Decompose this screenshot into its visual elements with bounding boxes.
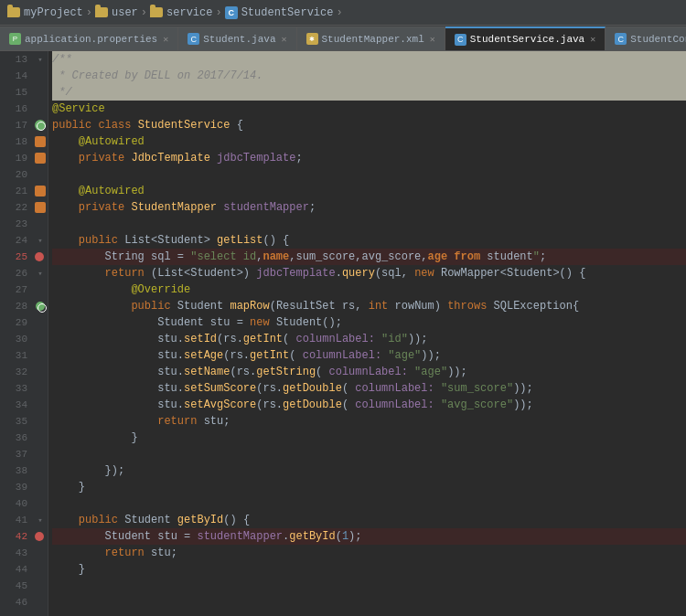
- line-num-24: 24: [0, 232, 33, 249]
- gutter-icon-20: [33, 166, 48, 183]
- tab-studentcontroller-java[interactable]: C StudentController.java: [606, 27, 686, 50]
- gutter-row-30: 30: [0, 331, 48, 347]
- code-line-42: Student stu = studentMapper.getById(1);: [52, 528, 686, 545]
- gutter-row-43: 43: [0, 545, 48, 561]
- line-num-16: 16: [0, 101, 33, 117]
- line-num-44: 44: [0, 561, 33, 578]
- line-num-14: 14: [0, 68, 33, 84]
- line-num-42: 42: [0, 528, 33, 545]
- tab-close-service[interactable]: ✕: [590, 34, 595, 45]
- line-num-23: 23: [0, 216, 33, 232]
- tab-icon-mapper: ✱: [306, 33, 318, 45]
- code-line-43: return stu;: [52, 545, 686, 561]
- gutter-icon-25[interactable]: [33, 249, 48, 265]
- gutter-icon-14: [33, 68, 48, 84]
- breadcrumb-sep3: ›: [215, 6, 221, 19]
- fold-icon-26[interactable]: ▾: [38, 269, 42, 279]
- gutter-icon-17[interactable]: [33, 117, 48, 133]
- autowired-icon-22: [35, 202, 46, 213]
- fold-icon-24[interactable]: ▾: [38, 236, 42, 246]
- code-line-27: @Override: [52, 281, 686, 298]
- code-line-38: });: [52, 462, 686, 479]
- code-line-33: stu.setSumScore(rs.getDouble( columnLabe…: [52, 380, 686, 397]
- gutter-row-33: 33: [0, 380, 48, 397]
- gutter-icon-42[interactable]: [33, 528, 48, 545]
- fold-icon-13[interactable]: ▾: [38, 55, 42, 65]
- line-num-37: 37: [0, 446, 33, 462]
- folder-icon-user: [95, 7, 108, 17]
- code-line-30: stu.setId(rs.getInt( columnLabel: "id"))…: [52, 331, 686, 347]
- line-num-38: 38: [0, 462, 33, 479]
- gutter-row-44: 44: [0, 561, 48, 578]
- breakpoint-42[interactable]: [35, 532, 44, 541]
- code-line-20: [52, 166, 686, 183]
- gutter-icon-31: [33, 347, 48, 364]
- breadcrumb-project[interactable]: myProject: [24, 6, 83, 19]
- tab-label-controller: StudentController.java: [630, 34, 686, 45]
- gutter-row-25: 25: [0, 249, 48, 265]
- folder-icon-service: [150, 7, 163, 17]
- code-line-14: * Created by DELL on 2017/7/14.: [52, 68, 686, 84]
- breakpoint-25[interactable]: [35, 252, 44, 261]
- code-content[interactable]: /** * Created by DELL on 2017/7/14. */ @…: [48, 51, 686, 616]
- tab-label-mapper: StudentMapper.xml: [322, 34, 424, 45]
- gutter-icon-18[interactable]: [33, 133, 48, 150]
- code-line-17: public class StudentService {: [52, 117, 686, 133]
- gutter-row-19: 19: [0, 150, 48, 166]
- tab-label-props: application.properties: [25, 34, 157, 45]
- tab-studentservice-java[interactable]: C StudentService.java ✕: [445, 27, 606, 50]
- spring-bean-icon: [35, 120, 46, 131]
- gutter-row-39: 39: [0, 479, 48, 495]
- breadcrumb-user[interactable]: user: [112, 6, 138, 19]
- breadcrumb-service[interactable]: service: [166, 6, 212, 19]
- gutter-icon-35: [33, 413, 48, 430]
- gutter-row-18: 18: [0, 133, 48, 150]
- tab-studentmapper-xml[interactable]: ✱ StudentMapper.xml ✕: [297, 27, 445, 50]
- gutter-icon-23: [33, 216, 48, 232]
- gutter-icon-19[interactable]: [33, 150, 48, 166]
- gutter-row-41: 41 ▾: [0, 512, 48, 528]
- tab-student-java[interactable]: C Student.java ✕: [178, 27, 296, 50]
- gutter-icon-28[interactable]: [33, 298, 48, 314]
- tab-icon-controller: C: [615, 33, 627, 45]
- tab-close-mapper[interactable]: ✕: [430, 34, 435, 45]
- tab-icon-student: C: [188, 33, 199, 45]
- gutter-icon-22[interactable]: [33, 199, 48, 216]
- code-line-21: @Autowired: [52, 183, 686, 199]
- tab-label-student: Student.java: [203, 34, 275, 45]
- tab-application-properties[interactable]: P application.properties ✕: [0, 27, 178, 50]
- gutter-icon-13[interactable]: ▾: [33, 51, 48, 68]
- gutter-icon-30: [33, 331, 48, 347]
- line-num-25: 25: [0, 249, 33, 265]
- line-num-13: 13: [0, 51, 33, 68]
- gutter-icon-15: [33, 84, 48, 101]
- gutter-row-46: 46: [0, 594, 48, 611]
- gutter-row-20: 20: [0, 166, 48, 183]
- tab-close-props[interactable]: ✕: [163, 34, 168, 45]
- fold-icon-41[interactable]: ▾: [38, 515, 42, 526]
- gutter-row-32: 32: [0, 364, 48, 380]
- line-num-19: 19: [0, 150, 33, 166]
- code-editor[interactable]: 13 ▾ 14 15 16 17 18: [0, 51, 686, 616]
- code-line-41: public Student getById() {: [52, 512, 686, 528]
- tab-icon-props: P: [9, 33, 21, 45]
- line-num-34: 34: [0, 397, 33, 413]
- code-line-13: /**: [52, 51, 686, 68]
- gutter-row-38: 38: [0, 462, 48, 479]
- line-num-45: 45: [0, 578, 33, 594]
- code-line-39: }: [52, 479, 686, 495]
- gutter-row-21: 21: [0, 183, 48, 199]
- code-line-22: private StudentMapper studentMapper;: [52, 199, 686, 216]
- breadcrumb-studentservice[interactable]: StudentService: [241, 6, 334, 19]
- code-line-29: Student stu = new Student();: [52, 314, 686, 331]
- gutter-icon-37: [33, 446, 48, 462]
- tab-close-student[interactable]: ✕: [281, 34, 286, 45]
- project-icon: [7, 7, 20, 17]
- line-num-43: 43: [0, 545, 33, 561]
- code-line-16: @Service: [52, 101, 686, 117]
- line-num-41: 41: [0, 512, 33, 528]
- gutter-row-15: 15: [0, 84, 48, 101]
- tabs-bar: P application.properties ✕ C Student.jav…: [0, 26, 686, 51]
- line-num-17: 17: [0, 117, 33, 133]
- gutter-icon-21[interactable]: [33, 183, 48, 199]
